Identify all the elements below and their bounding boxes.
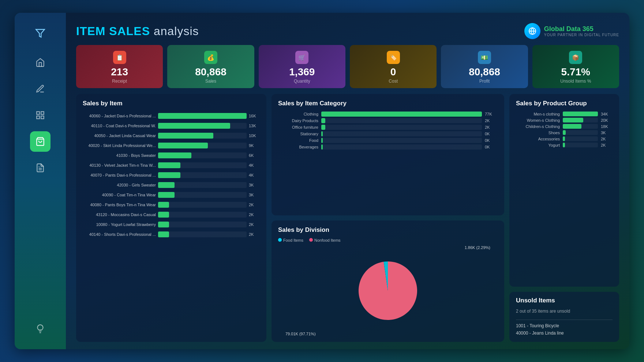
sidebar-icon-grid[interactable] bbox=[30, 105, 50, 125]
bar-fill bbox=[158, 192, 175, 198]
unsold-items-title: Unsold Items bbox=[516, 297, 613, 304]
product-group-value: 34K bbox=[601, 112, 613, 116]
bar-track bbox=[158, 182, 247, 188]
legend-item: Nonfood Items bbox=[309, 238, 341, 242]
category-item: Beverages 0K bbox=[278, 144, 498, 150]
product-group-bar-track bbox=[563, 124, 598, 129]
bar-item: 40060 - Jacket Davi-s Professional ... 1… bbox=[83, 112, 260, 120]
sidebar-icon-home[interactable] bbox=[30, 52, 50, 73]
product-group-label: Men-s clothing bbox=[516, 112, 560, 116]
unsold-divider bbox=[516, 320, 613, 320]
kpi-card-unsold: 📦 5.71% Unsold Items % bbox=[532, 45, 619, 88]
product-group-item: Accessories 2K bbox=[516, 136, 613, 141]
bar-fill bbox=[158, 172, 180, 178]
sales-by-category-panel: Sales by Item Category Clothing 77K Dair… bbox=[272, 94, 504, 215]
title-light: analysis bbox=[154, 24, 199, 38]
sidebar bbox=[15, 13, 66, 349]
bar-item: 40140 - Shorts Davi-s Professional ... 2… bbox=[83, 230, 260, 239]
kpi-icon-sales: 💰 bbox=[204, 51, 217, 64]
legend-dot bbox=[309, 238, 313, 242]
sales-by-division-title: Sales by Division bbox=[278, 226, 498, 234]
bar-label: 40130 - Velvet Jacket Tim-n Tina W... bbox=[83, 163, 156, 167]
sidebar-icon-report[interactable] bbox=[30, 158, 50, 178]
category-bar-fill bbox=[321, 125, 325, 130]
bar-value: 3K bbox=[249, 183, 260, 187]
bar-value: 2K bbox=[249, 232, 260, 237]
pie-container: 1.86K (2.29%) 79.01K (97.71%) bbox=[278, 245, 498, 336]
bar-item: 40050 - Jacket Linda Casual Wear 10K bbox=[83, 131, 260, 140]
sales-by-item-title: Sales by Item bbox=[83, 100, 260, 107]
bar-value: 16K bbox=[249, 114, 260, 118]
bar-label: 41030 - Boys Sweater bbox=[83, 153, 156, 158]
bar-fill bbox=[158, 152, 191, 158]
product-group-item: Women-s Clothing 20K bbox=[516, 118, 613, 122]
brand-logo-icon bbox=[524, 23, 540, 39]
kpi-icon-receipt: 📋 bbox=[113, 51, 126, 64]
kpi-card-sales: 💰 80,868 Sales bbox=[167, 45, 254, 88]
category-bar-fill bbox=[321, 144, 323, 150]
sidebar-icon-bag[interactable] bbox=[30, 131, 50, 152]
sidebar-icon-bulb[interactable] bbox=[30, 318, 50, 339]
category-label: Stationary bbox=[278, 132, 318, 136]
product-group-item: Yogurt 2K bbox=[516, 143, 613, 147]
kpi-label-unsold: Unsold Items % bbox=[560, 79, 591, 84]
bar-label: 40070 - Pants Davi-s Professional ... bbox=[83, 173, 156, 177]
product-group-label: Accessories bbox=[516, 137, 560, 141]
category-list: Clothing 77K Dairy Products 2K Office fu… bbox=[278, 112, 498, 150]
category-bar-track bbox=[321, 118, 482, 123]
pie-label-top: 1.86K (2.29%) bbox=[465, 245, 490, 250]
middle-panels: Sales by Item Category Clothing 77K Dair… bbox=[272, 94, 504, 342]
sidebar-icon-filter[interactable] bbox=[30, 23, 50, 44]
product-group-bar-fill bbox=[563, 124, 581, 129]
kpi-label-quantity: Quantity bbox=[294, 79, 310, 84]
bar-value: 6K bbox=[249, 153, 260, 158]
product-group-bar-fill bbox=[563, 143, 565, 147]
product-group-bar-fill bbox=[563, 118, 583, 122]
bar-label: 40110 - Coat Davi-s Professional W. bbox=[83, 124, 156, 128]
pie-label-bottom: 79.01K (97.71%) bbox=[285, 332, 316, 336]
sidebar-icon-dashboard[interactable] bbox=[30, 79, 50, 99]
category-label: Food bbox=[278, 138, 318, 143]
category-bar-track bbox=[321, 112, 482, 117]
kpi-icon-quantity: 🛒 bbox=[295, 51, 308, 64]
main-content: ITEM SALES analysis Global Data 365 YOUR… bbox=[66, 13, 629, 349]
product-group-bar-fill bbox=[563, 130, 566, 135]
category-value: 0K bbox=[485, 138, 498, 143]
product-group-label: Women-s Clothing bbox=[516, 118, 560, 122]
product-group-value: 18K bbox=[601, 124, 613, 129]
bar-track bbox=[158, 212, 247, 218]
bar-item: 10080 - Yogurt Lowfat Strawberry 2K bbox=[83, 220, 260, 229]
bar-value: 3K bbox=[249, 193, 260, 197]
category-bar-track bbox=[321, 138, 482, 143]
category-bar-track bbox=[321, 125, 482, 130]
category-value: 2K bbox=[485, 118, 498, 123]
sales-by-category-title: Sales by Item Category bbox=[278, 100, 498, 107]
brand-name: Global Data 365 bbox=[544, 25, 619, 33]
bar-fill bbox=[158, 231, 169, 237]
category-label: Beverages bbox=[278, 145, 318, 149]
product-group-item: Shoes 3K bbox=[516, 130, 613, 135]
kpi-card-cost: 🏷️ 0 Cost bbox=[350, 45, 437, 88]
kpi-label-sales: Sales bbox=[205, 79, 216, 84]
brand-text: Global Data 365 YOUR PARTNER IN DIGITAL … bbox=[544, 25, 619, 37]
bar-track bbox=[158, 202, 247, 208]
bar-label: 43120 - Moccasins Davi-s Casual bbox=[83, 212, 156, 217]
bar-track bbox=[158, 143, 247, 148]
bar-fill bbox=[158, 212, 169, 218]
kpi-icon-unsold: 📦 bbox=[569, 51, 582, 64]
bar-item: 42030 - Girls Sweater 3K bbox=[83, 181, 260, 189]
product-group-value: 2K bbox=[601, 143, 613, 147]
product-group-bar-fill bbox=[563, 112, 598, 116]
category-value: 0K bbox=[485, 132, 498, 136]
kpi-value-profit: 80,868 bbox=[469, 66, 500, 78]
category-value: 0K bbox=[485, 145, 498, 149]
unsold-item: 40000 - Jeans Linda line bbox=[516, 329, 613, 337]
brand: Global Data 365 YOUR PARTNER IN DIGITAL … bbox=[524, 23, 619, 39]
product-group-bar-track bbox=[563, 143, 598, 147]
product-group-value: 3K bbox=[601, 131, 613, 135]
page-title: ITEM SALES analysis bbox=[76, 24, 199, 38]
bar-fill bbox=[158, 162, 180, 168]
right-panels: Sales by Product Group Men-s clothing 34… bbox=[509, 94, 619, 342]
product-group-label: Children-s Clothing bbox=[516, 124, 560, 129]
charts-row: Sales by Item 40060 - Jacket Davi-s Prof… bbox=[76, 94, 619, 342]
